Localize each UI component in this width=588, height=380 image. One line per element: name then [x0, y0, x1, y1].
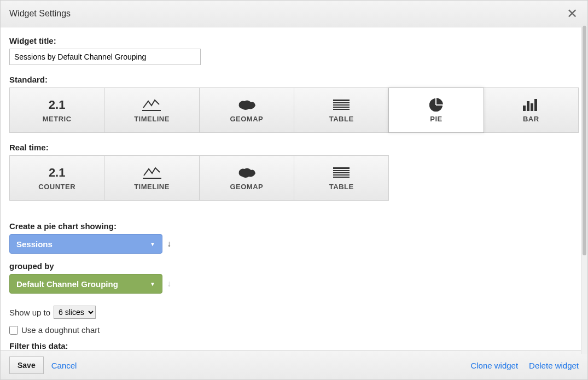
type-card-label: TABLE [329, 115, 354, 123]
svg-rect-15 [531, 103, 533, 111]
svg-rect-22 [333, 177, 350, 178]
type-card-label: COUNTER [38, 183, 75, 191]
type-card-label: GEOMAP [230, 183, 263, 191]
svg-rect-14 [527, 101, 529, 111]
table-icon [333, 165, 350, 180]
dimension-value: Default Channel Grouping [16, 279, 118, 289]
type-card-metric[interactable]: 2.1 METRIC [9, 87, 104, 133]
type-card-geomap[interactable]: GEOMAP [199, 87, 294, 133]
show-up-to-label: Show up to [9, 308, 50, 317]
bar-icon [523, 97, 539, 113]
create-pie-label: Create a pie chart showing: [9, 221, 579, 231]
pie-icon [429, 97, 443, 113]
dialog-titlebar: Widget Settings ✕ [1, 1, 587, 27]
table-icon [333, 97, 350, 113]
dialog-footer: Save Cancel Clone widget Delete widget [1, 350, 587, 379]
geomap-icon [236, 97, 258, 113]
clone-widget-link[interactable]: Clone widget [470, 361, 518, 370]
dimension-dropdown[interactable]: Default Channel Grouping ▼ [9, 274, 162, 294]
type-card-rt-timeline[interactable]: TIMELINE [104, 155, 199, 201]
save-button[interactable]: Save [9, 356, 44, 374]
timeline-icon [141, 97, 162, 113]
delete-widget-link[interactable]: Delete widget [529, 361, 579, 370]
grouped-by-label: grouped by [9, 261, 579, 271]
widget-settings-dialog: Widget Settings ✕ Widget title: Standard… [0, 0, 588, 380]
svg-rect-16 [534, 99, 537, 111]
type-card-rt-table[interactable]: TABLE [294, 155, 389, 201]
type-card-rt-counter[interactable]: 2.1 COUNTER [9, 155, 104, 201]
close-icon: ✕ [567, 6, 578, 21]
type-card-label: TABLE [329, 183, 354, 191]
timeline-icon [141, 165, 163, 180]
svg-rect-2 [333, 102, 350, 103]
close-button[interactable]: ✕ [566, 7, 579, 20]
type-card-label: BAR [523, 115, 539, 123]
svg-rect-3 [333, 104, 350, 106]
type-card-rt-geomap[interactable]: GEOMAP [199, 155, 294, 201]
dialog-title: Widget Settings [9, 9, 71, 19]
svg-rect-1 [333, 100, 350, 101]
metric-value: Sessions [16, 239, 53, 249]
counter-icon: 2.1 [49, 165, 66, 180]
type-card-label: TIMELINE [134, 183, 170, 191]
filter-label: Filter this data: [9, 341, 579, 350]
doughnut-label: Use a doughnut chart [21, 325, 100, 335]
chevron-down-icon: ▼ [150, 281, 155, 287]
type-card-pie[interactable]: PIE [388, 87, 484, 133]
vertical-scrollbar[interactable] [581, 26, 587, 354]
svg-rect-5 [333, 109, 350, 110]
slices-select[interactable]: 6 slices [54, 306, 96, 319]
widget-title-input[interactable] [9, 49, 201, 65]
geomap-icon [236, 165, 258, 180]
svg-rect-12 [436, 104, 443, 106]
widget-title-label: Widget title: [9, 36, 579, 45]
type-card-bar[interactable]: BAR [484, 87, 579, 133]
metric-icon: 2.1 [49, 97, 66, 113]
chevron-down-icon: ▼ [150, 241, 155, 247]
dialog-content: Widget title: Standard: 2.1 METRIC TIMEL… [1, 27, 587, 350]
standard-label: Standard: [9, 75, 579, 84]
realtime-label: Real time: [9, 143, 579, 152]
svg-rect-19 [333, 170, 350, 171]
type-card-label: METRIC [43, 115, 72, 123]
svg-rect-21 [333, 174, 350, 176]
type-card-label: GEOMAP [230, 115, 263, 123]
svg-rect-13 [523, 106, 526, 111]
standard-type-grid: 2.1 METRIC TIMELINE [9, 87, 579, 133]
type-card-label: TIMELINE [134, 115, 170, 123]
cancel-link[interactable]: Cancel [51, 361, 77, 370]
svg-rect-18 [333, 167, 350, 169]
svg-rect-20 [333, 172, 350, 173]
realtime-type-grid: 2.1 COUNTER TIMELINE [9, 155, 389, 201]
type-card-table[interactable]: TABLE [294, 87, 389, 133]
arrow-down-icon: ↓ [167, 239, 171, 249]
doughnut-checkbox[interactable] [9, 326, 18, 335]
svg-rect-11 [435, 98, 436, 105]
type-card-timeline[interactable]: TIMELINE [104, 87, 199, 133]
svg-rect-4 [333, 107, 350, 108]
scrollbar-thumb[interactable] [583, 26, 586, 255]
metric-dropdown[interactable]: Sessions ▼ [9, 234, 162, 254]
arrow-down-icon: ↓ [167, 279, 171, 289]
type-card-label: PIE [430, 115, 442, 123]
